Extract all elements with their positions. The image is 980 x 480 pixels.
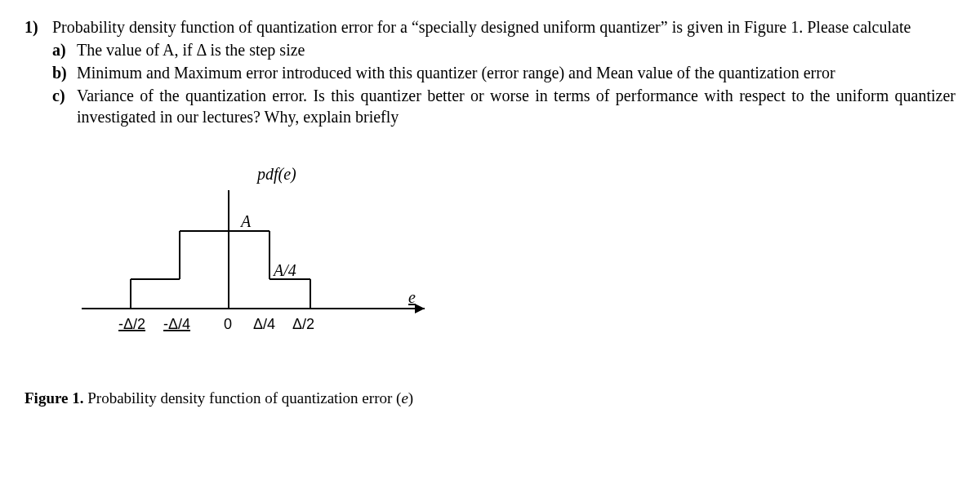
part-a-text: The value of A, if Δ is the step size	[77, 41, 305, 59]
caption-var-e: e	[401, 389, 408, 407]
part-a: a) The value of A, if Δ is the step size	[52, 39, 956, 60]
xtick-d4: Δ/4	[253, 316, 275, 332]
level-A4-label: A/4	[272, 261, 296, 279]
xtick-d2: Δ/2	[292, 316, 314, 332]
caption-main: Probability density function of quantiza…	[87, 389, 401, 407]
caption-close: )	[408, 389, 413, 407]
xtick--d4: -Δ/4	[163, 316, 190, 332]
y-axis-label: pdf(e)	[256, 165, 296, 184]
part-letter: a)	[52, 39, 77, 60]
question-parts: a) The value of A, if Δ is the step size…	[52, 39, 956, 127]
level-A-label: A	[239, 212, 252, 230]
part-letter: b)	[52, 62, 77, 83]
part-c-text: Variance of the quantization error. Is t…	[77, 87, 956, 126]
question-body: Probability density function of quantiza…	[52, 16, 956, 129]
caption-number: Figure 1.	[24, 389, 83, 407]
xtick--d2: -Δ/2	[118, 316, 145, 332]
question-intro: Probability density function of quantiza…	[52, 18, 911, 36]
question-number: 1)	[24, 16, 52, 129]
part-c: c) Variance of the quantization error. I…	[52, 85, 956, 127]
figure-caption: Figure 1. Probability density function o…	[24, 389, 956, 409]
question-1: 1) Probability density function of quant…	[24, 16, 956, 129]
x-axis-label: e	[408, 288, 416, 306]
x-axis-arrow-icon	[415, 304, 425, 313]
part-b-text: Minimum and Maximum error introduced wit…	[77, 64, 835, 82]
xtick-0: 0	[224, 316, 232, 332]
pdf-plot: pdf(e) A A/4 e -Δ/2 -Δ/4 0 Δ/4 Δ/2	[82, 162, 490, 349]
part-b: b) Minimum and Maximum error introduced …	[52, 62, 956, 83]
part-text: Variance of the quantization error. Is t…	[77, 85, 956, 127]
part-text: Minimum and Maximum error introduced wit…	[77, 62, 956, 83]
figure-1: pdf(e) A A/4 e -Δ/2 -Δ/4 0 Δ/4 Δ/2	[82, 162, 490, 366]
part-text: The value of A, if Δ is the step size	[77, 39, 956, 60]
part-letter: c)	[52, 85, 77, 127]
caption-text: Probability density function of quantiza…	[87, 389, 413, 407]
